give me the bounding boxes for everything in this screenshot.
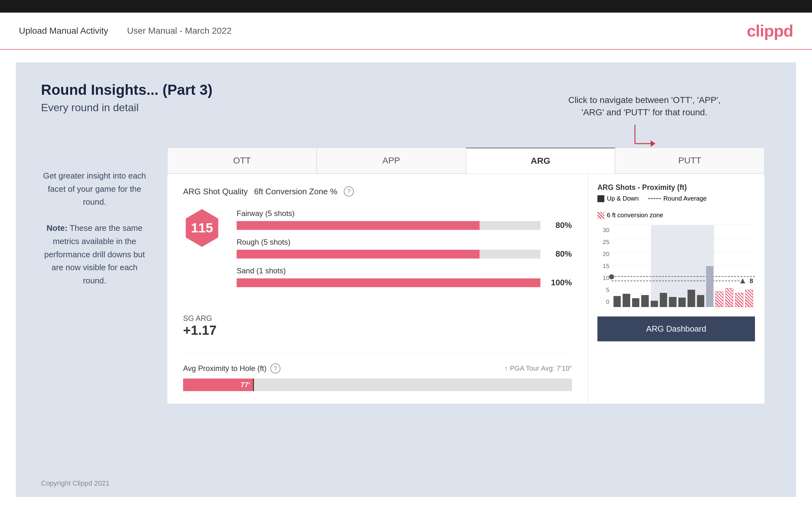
proximity-bar-fill: 77' [183, 379, 253, 391]
chart-bar-2 [623, 294, 630, 307]
clippd-logo: clippd [747, 21, 793, 40]
legend-hatched-icon [597, 212, 604, 219]
proximity-label: Avg Proximity to Hole (ft) [183, 364, 266, 373]
left-description: Get greater insight into each facet of y… [41, 169, 148, 287]
tab-arg[interactable]: ARG [466, 148, 615, 173]
chart-bar-9 [688, 290, 695, 307]
bar-pct-rough: 80% [547, 249, 572, 259]
tabs: OTT APP ARG PUTT [167, 148, 764, 174]
bar-track-sand [237, 278, 541, 287]
main-content: Round Insights... (Part 3) Every round i… [16, 62, 796, 497]
bar-row-fairway: Fairway (5 shots) 80% [237, 209, 572, 230]
chart-bar-3 [632, 298, 639, 307]
proximity-section: Avg Proximity to Hole (ft) ? ↑ PGA Tour … [183, 354, 572, 391]
chart-legend: Up & Down Round Average 6 ft conversion … [597, 195, 755, 219]
bar-track-rough [237, 250, 541, 259]
y-axis: 0 5 10 15 20 25 30 [598, 225, 609, 307]
card-body: ARG Shot Quality 6ft Conversion Zone % ?… [167, 174, 764, 404]
legend-updown-label: Up & Down [607, 195, 639, 202]
bar-row-rough: Rough (5 shots) 80% [237, 238, 572, 259]
proximity-value: 77' [241, 381, 250, 389]
y-label-20: 20 [598, 251, 609, 258]
tab-app[interactable]: APP [317, 148, 466, 173]
y-label-0: 0 [598, 298, 609, 305]
bar-fill-rough [237, 250, 479, 259]
bar-fill-fairway [237, 221, 479, 230]
sg-label: SG ARG [183, 314, 572, 323]
hexagon-container: 115 [183, 209, 221, 247]
header: Upload Manual Activity User Manual - Mar… [0, 13, 812, 50]
bar-pct-fairway: 80% [547, 220, 572, 230]
chart-bar-13 [725, 288, 733, 307]
bar-container-rough: 80% [237, 249, 572, 259]
sg-value: +1.17 [183, 323, 572, 338]
chart-bar-6 [660, 293, 667, 307]
bar-track-fairway [237, 221, 541, 230]
top-bar [0, 0, 812, 13]
copyright: Copyright Clippd 2021 [41, 479, 110, 487]
shot-quality-label: ARG Shot Quality [183, 187, 248, 196]
legend-conversion: 6 ft conversion zone [597, 212, 663, 219]
footer: Copyright Clippd 2021 [41, 479, 110, 488]
conversion-label: 6ft Conversion Zone % [254, 187, 337, 196]
left-panel: ARG Shot Quality 6ft Conversion Zone % ?… [167, 174, 588, 404]
bar-label-sand: Sand (1 shots) [237, 267, 572, 275]
chart-header: ARG Shots - Proximity (ft) [597, 183, 755, 192]
main-card: OTT APP ARG PUTT ARG Shot Quality 6ft Co… [167, 148, 765, 404]
left-desc-text1: Get greater insight into each facet of y… [43, 171, 146, 285]
bar-label-rough: Rough (5 shots) [237, 238, 572, 246]
legend-updown: Up & Down [597, 195, 639, 202]
bars-wrapper [612, 225, 755, 307]
chart-bar-1 [613, 296, 621, 307]
chart-bar-12 [715, 291, 723, 307]
sg-section: SG ARG +1.17 [183, 314, 572, 338]
chart-bar-11 [706, 266, 713, 307]
header-left: Upload Manual Activity User Manual - Mar… [19, 26, 232, 36]
proximity-help-icon[interactable]: ? [270, 363, 281, 374]
chart-bar-8 [678, 297, 686, 307]
legend-roundavg: Round Average [648, 195, 707, 202]
y-label-5: 5 [598, 287, 609, 293]
svg-marker-2 [651, 140, 655, 147]
chart-inner: 8 [612, 225, 755, 307]
chart-title: ARG Shots - Proximity (ft) [597, 183, 687, 191]
legend-square-icon [597, 195, 604, 202]
y-label-30: 30 [598, 227, 609, 234]
header-subtitle: User Manual - March 2022 [127, 26, 231, 36]
proximity-bar-container: 77' [183, 379, 572, 391]
y-label-15: 15 [598, 263, 609, 270]
y-label-10: 10 [598, 275, 609, 282]
bar-label-fairway: Fairway (5 shots) [237, 209, 572, 218]
bar-container-fairway: 80% [237, 220, 572, 230]
bar-pct-sand: 100% [547, 278, 572, 287]
y-label-25: 25 [598, 239, 609, 246]
nav-hint-text: Click to navigate between 'OTT', 'APP','… [568, 94, 721, 118]
tab-putt[interactable]: PUTT [615, 148, 764, 173]
chart-bar-15 [745, 290, 753, 307]
proximity-pga: ↑ PGA Tour Avg: 7'10" [504, 364, 572, 373]
right-panel: ARG Shots - Proximity (ft) Up & Down Rou… [588, 174, 764, 404]
nav-hint: Click to navigate between 'OTT', 'APP','… [568, 94, 721, 156]
page-title: Upload Manual Activity [19, 26, 108, 36]
bar-container-sand: 100% [237, 278, 572, 287]
arg-dashboard-button[interactable]: ARG Dashboard [597, 317, 755, 341]
chart-bar-10 [697, 295, 704, 307]
proximity-cursor [253, 379, 254, 391]
chart-bar-5 [651, 301, 658, 307]
chart-bar-7 [669, 297, 676, 307]
shot-quality-bars: Fairway (5 shots) 80% Rough (5 shots) [237, 209, 572, 295]
chart-bar-14 [735, 293, 743, 307]
panel-header: ARG Shot Quality 6ft Conversion Zone % ? [183, 186, 572, 196]
legend-roundavg-label: Round Average [663, 195, 707, 202]
chart-bar-4 [641, 295, 649, 307]
hex-score: 115 [183, 209, 221, 247]
help-icon[interactable]: ? [344, 186, 354, 196]
proximity-header: Avg Proximity to Hole (ft) ? ↑ PGA Tour … [183, 363, 572, 374]
bar-row-sand: Sand (1 shots) 100% [237, 267, 572, 287]
tab-ott[interactable]: OTT [167, 148, 317, 173]
legend-dashed-icon [648, 198, 661, 199]
legend-conversion-label: 6 ft conversion zone [607, 212, 663, 219]
chart-wrapper: 0 5 10 15 20 25 30 [612, 225, 755, 307]
bar-fill-sand [237, 278, 541, 287]
